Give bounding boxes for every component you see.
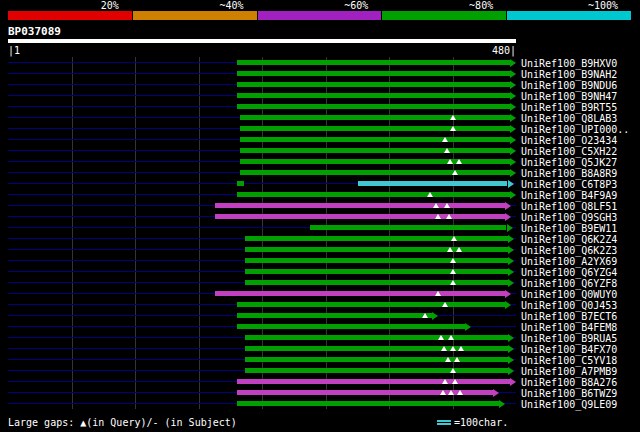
alignment-segment[interactable] — [237, 82, 510, 87]
subject-label[interactable]: UniRef100_O23434 — [521, 134, 617, 145]
gap-triangle-icon — [438, 335, 444, 340]
scale-label-80: ~80% — [382, 0, 507, 10]
arrowhead-icon — [508, 367, 514, 375]
subject-label[interactable]: UniRef100_Q6K2Z4 — [521, 233, 617, 244]
gap-triangle-icon — [448, 390, 454, 395]
alignment-segment[interactable] — [240, 148, 510, 153]
alignment-rows: UniRef100_B9HXV0UniRef100_B9NAH2UniRef10… — [0, 57, 640, 409]
alignment-row: UniRef100_UPI000.. — [0, 123, 640, 134]
alignment-segment[interactable] — [237, 181, 244, 186]
gap-triangle-icon — [456, 159, 462, 164]
arrowhead-icon — [505, 290, 511, 298]
gap-triangle-icon — [454, 357, 460, 362]
alignment-segment[interactable] — [310, 225, 507, 230]
gap-triangle-icon — [446, 214, 452, 219]
subject-label[interactable]: UniRef100_B6TWZ9 — [521, 387, 617, 398]
subject-label[interactable]: UniRef100_B8A8R9 — [521, 167, 617, 178]
ruler-start-label: |1 — [8, 45, 20, 56]
subject-label[interactable]: UniRef100_A2YX69 — [521, 255, 617, 266]
subject-label[interactable]: UniRef100_Q6YZG4 — [521, 266, 617, 277]
subject-label[interactable]: UniRef100_Q5JK27 — [521, 156, 617, 167]
alignment-segment[interactable] — [237, 379, 510, 384]
alignment-segment[interactable] — [245, 258, 508, 263]
alignment-segment[interactable] — [237, 192, 510, 197]
alignment-segment[interactable] — [237, 93, 510, 98]
alignment-segment[interactable] — [245, 236, 508, 241]
subject-label[interactable]: UniRef100_B4FEM8 — [521, 321, 617, 332]
gap-triangle-icon — [447, 159, 453, 164]
alignment-segment[interactable] — [245, 269, 508, 274]
scale-segment-cyan — [507, 11, 632, 20]
subject-label[interactable]: UniRef100_Q8LF51 — [521, 200, 617, 211]
subject-label[interactable]: UniRef100_Q0WUY0 — [521, 288, 617, 299]
scale-label-100: ~100% — [507, 0, 632, 10]
arrowhead-icon — [510, 125, 516, 133]
subject-label[interactable]: UniRef100_B9HXV0 — [521, 57, 617, 68]
ruler: |1 480| — [8, 45, 516, 56]
alignment-segment[interactable] — [358, 181, 507, 186]
arrowhead-icon — [499, 400, 505, 408]
alignment-row: UniRef100_A2YX69 — [0, 255, 640, 266]
subject-label[interactable]: UniRef100_Q6YZF8 — [521, 277, 617, 288]
gap-triangle-icon — [448, 335, 454, 340]
alignment-segment[interactable] — [215, 203, 505, 208]
alignment-segment[interactable] — [237, 60, 510, 65]
subject-label[interactable]: UniRef100_Q9SGH3 — [521, 211, 617, 222]
gap-triangle-icon — [435, 214, 441, 219]
alignment-row: UniRef100_Q8LF51 — [0, 200, 640, 211]
alignment-segment[interactable] — [237, 324, 466, 329]
subject-label[interactable]: UniRef100_B9NDU6 — [521, 79, 617, 90]
alignment-segment[interactable] — [237, 302, 506, 307]
subject-label[interactable]: UniRef100_B9NAH2 — [521, 68, 617, 79]
alignment-segment[interactable] — [237, 313, 433, 318]
subject-label[interactable]: UniRef100_C5YV18 — [521, 354, 617, 365]
alignment-segment[interactable] — [245, 247, 508, 252]
alignment-segment[interactable] — [245, 368, 508, 373]
subject-label[interactable]: UniRef100_Q9LE09 — [521, 398, 617, 409]
gaps-legend: Large gaps: ▲(in Query)/- (in Subject) — [8, 417, 237, 428]
subject-label[interactable]: UniRef100_B9EW11 — [521, 222, 617, 233]
gap-triangle-icon — [441, 346, 447, 351]
alignment-segment[interactable] — [215, 214, 505, 219]
subject-label[interactable]: UniRef100_B8A276 — [521, 376, 617, 387]
arrowhead-icon — [508, 345, 514, 353]
subject-label[interactable]: UniRef100_B4F9A9 — [521, 189, 617, 200]
arrowhead-icon — [508, 279, 514, 287]
scale-percent-labels: 20% ~40% ~60% ~80% ~100% — [8, 0, 632, 10]
alignment-segment[interactable] — [245, 346, 508, 351]
subject-label[interactable]: UniRef100_UPI000.. — [521, 123, 629, 134]
alignment-segment[interactable] — [237, 104, 510, 109]
alignment-segment[interactable] — [240, 137, 510, 142]
alignment-segment[interactable] — [245, 335, 508, 340]
alignment-segment[interactable] — [240, 115, 510, 120]
subject-label[interactable]: UniRef100_B9RUA5 — [521, 332, 617, 343]
subject-label[interactable]: UniRef100_B7ECT6 — [521, 310, 617, 321]
subject-label[interactable]: UniRef100_B9RT55 — [521, 101, 617, 112]
alignment-segment[interactable] — [240, 159, 510, 164]
subject-label[interactable]: UniRef100_A7PMB9 — [521, 365, 617, 376]
gap-triangle-icon — [447, 247, 453, 252]
alignment-row: UniRef100_B4FEM8 — [0, 321, 640, 332]
alignment-segment[interactable] — [240, 126, 510, 131]
alignment-row: UniRef100_Q0WUY0 — [0, 288, 640, 299]
subject-label[interactable]: UniRef100_B9NH47 — [521, 90, 617, 101]
subject-label[interactable]: UniRef100_Q8LAB3 — [521, 112, 617, 123]
subject-label[interactable]: UniRef100_B4FX70 — [521, 343, 617, 354]
alignment-segment[interactable] — [245, 280, 508, 285]
scale-label-20: 20% — [8, 0, 133, 10]
arrowhead-icon — [508, 356, 514, 364]
arrowhead-icon — [510, 158, 516, 166]
subject-label[interactable]: UniRef100_Q6K2Z3 — [521, 244, 617, 255]
alignment-row: UniRef100_A7PMB9 — [0, 365, 640, 376]
alignment-segment[interactable] — [215, 291, 505, 296]
gap-triangle-icon — [450, 346, 456, 351]
subject-label[interactable]: UniRef100_Q0J453 — [521, 299, 617, 310]
subject-label[interactable]: UniRef100_C5XH22 — [521, 145, 617, 156]
alignment-row: UniRef100_C6T8P3 — [0, 178, 640, 189]
alignment-segment[interactable] — [245, 357, 508, 362]
alignment-segment[interactable] — [237, 71, 510, 76]
alignment-overview-screen: 20% ~40% ~60% ~80% ~100% BP037089 |1 480… — [0, 0, 640, 432]
alignment-segment[interactable] — [240, 170, 510, 175]
subject-label[interactable]: UniRef100_C6T8P3 — [521, 178, 617, 189]
alignment-segment[interactable] — [237, 401, 500, 406]
